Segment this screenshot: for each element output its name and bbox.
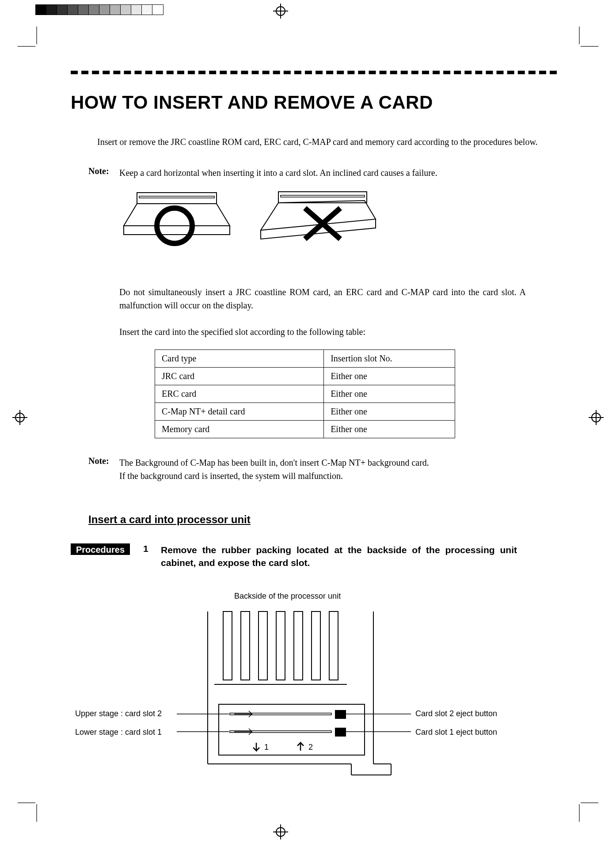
- dashed-divider: [71, 71, 557, 74]
- crop-mark-icon: [581, 46, 598, 47]
- page-title: HOW TO INSERT AND REMOVE A CARD: [71, 92, 557, 113]
- note-label: Note:: [88, 456, 119, 482]
- svg-rect-26: [335, 728, 346, 737]
- procedure-text: Remove the rubber packing located at the…: [161, 543, 517, 570]
- crop-mark-icon: [581, 802, 598, 803]
- registration-mark-icon: [274, 825, 287, 839]
- eject1-label: Card slot 1 eject button: [415, 728, 497, 737]
- svg-rect-1: [139, 196, 214, 198]
- note-text: The Background of C-Map has been built i…: [119, 456, 526, 482]
- table-row: JRC cardEither one: [155, 368, 455, 385]
- procedure-number: 1: [143, 543, 161, 570]
- intro-paragraph: Insert or remove the JRC coastline ROM c…: [97, 135, 548, 148]
- page-content: HOW TO INSERT AND REMOVE A CARD Insert o…: [71, 71, 557, 790]
- procedures-tag: Procedures: [71, 543, 130, 555]
- registration-mark-icon: [13, 411, 27, 424]
- processor-unit-diagram: Backside of the processor unit: [84, 592, 557, 790]
- table-header-cell: Card type: [155, 350, 324, 368]
- note-block: Note: Keep a card horizontal when insert…: [88, 166, 557, 179]
- upper-slot-label: Upper stage : card slot 2: [75, 709, 162, 718]
- lower-slot-label: Lower stage : card slot 1: [75, 728, 162, 737]
- table-header-cell: Insertion slot No.: [324, 350, 455, 368]
- svg-rect-24: [335, 710, 346, 719]
- svg-rect-15: [241, 611, 250, 680]
- svg-rect-18: [294, 611, 303, 680]
- calibration-bar: [35, 4, 164, 15]
- card-orientation-illustration: [115, 188, 557, 263]
- incorrect-card-icon: [252, 188, 393, 263]
- procedure-row: Procedures 1 Remove the rubber packing l…: [71, 543, 557, 570]
- warning-paragraph: Do not simultaneously insert a JRC coast…: [119, 285, 526, 312]
- table-intro-paragraph: Insert the card into the specified slot …: [119, 325, 548, 338]
- svg-rect-17: [276, 611, 285, 680]
- crop-mark-icon: [36, 804, 37, 822]
- table-row: ERC cardEither one: [155, 385, 455, 403]
- section-heading: Insert a card into processor unit: [88, 513, 557, 526]
- note-block: Note: The Background of C-Map has been b…: [88, 456, 557, 482]
- crop-mark-icon: [579, 804, 580, 822]
- slot-number-label: 2: [308, 743, 313, 752]
- svg-rect-19: [312, 611, 320, 680]
- correct-card-icon: [115, 188, 247, 263]
- crop-mark-icon: [18, 802, 35, 803]
- crop-mark-icon: [18, 46, 35, 47]
- note-label: Note:: [88, 166, 119, 179]
- table-row: Memory cardEither one: [155, 421, 455, 438]
- crop-mark-icon: [36, 27, 37, 44]
- svg-rect-14: [223, 611, 232, 680]
- slot-number-label: 1: [264, 743, 269, 752]
- eject2-label: Card slot 2 eject button: [415, 709, 497, 718]
- registration-mark-icon: [274, 4, 287, 18]
- processor-back-illustration: 1 2: [150, 605, 548, 795]
- card-slot-table: Card type Insertion slot No. JRC cardEit…: [155, 349, 455, 438]
- registration-mark-icon: [589, 411, 603, 424]
- diagram-title: Backside of the processor unit: [234, 592, 341, 601]
- table-row: C-Map NT+ detail cardEither one: [155, 403, 455, 421]
- svg-rect-16: [259, 611, 267, 680]
- svg-rect-20: [329, 611, 338, 680]
- note-text: Keep a card horizontal when inserting it…: [119, 166, 526, 179]
- crop-mark-icon: [579, 27, 580, 44]
- svg-rect-4: [281, 195, 365, 197]
